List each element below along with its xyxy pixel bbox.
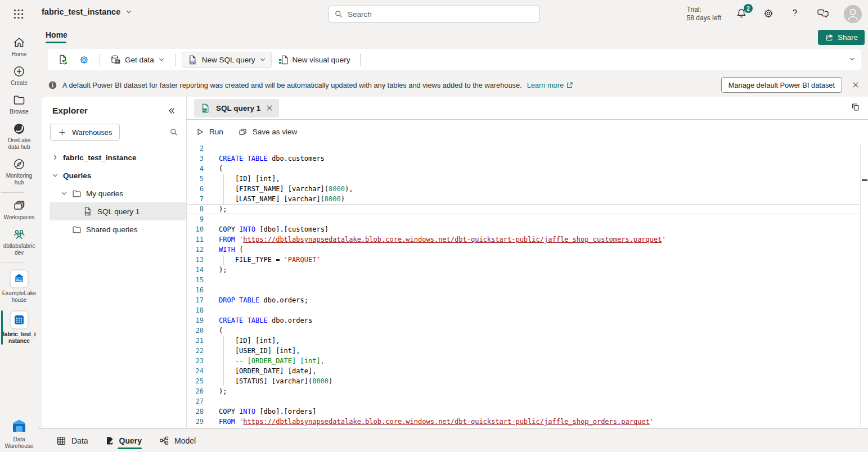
view-tab-label: Query [119, 436, 142, 445]
close-tab-icon[interactable] [266, 104, 273, 112]
indent-guide [223, 184, 224, 194]
tree-item-shared-queries[interactable]: Shared queries [42, 220, 186, 238]
rail-item-home[interactable]: Home [1, 33, 37, 61]
workspace-name: fabric_test_instance [42, 7, 120, 16]
code-line-28[interactable]: 28COPY INTO [dbo].[orders] [187, 406, 868, 417]
rail-item-fabric-test-instance[interactable]: fabric_test_instance [1, 307, 37, 348]
account-avatar[interactable] [844, 5, 862, 23]
chevron-down-icon [158, 56, 165, 63]
code-line-8[interactable]: 8); [187, 204, 860, 214]
code-line-10[interactable]: 10COPY INTO [dbo].[customers] [187, 224, 868, 234]
code-text: ( [219, 164, 223, 174]
editor-scrollbar[interactable] [860, 143, 868, 427]
sql-doc-icon: SQL [187, 55, 198, 65]
code-line-22[interactable]: 22 [USER_ID] [int], [187, 346, 868, 356]
explorer-search-icon[interactable] [169, 128, 178, 137]
code-text: ); [219, 386, 227, 396]
code-line-15[interactable]: 15 [187, 275, 868, 285]
collapse-panel-icon[interactable] [167, 106, 176, 115]
code-line-21[interactable]: 21 [ID] [int], [187, 336, 868, 346]
dataset-settings-button[interactable] [75, 52, 93, 68]
help-button[interactable] [790, 8, 802, 20]
waffle-icon [12, 8, 25, 20]
view-tab-query[interactable]: Query [105, 429, 142, 452]
code-line-3[interactable]: 3CREATE TABLE dbo.customers [187, 153, 868, 164]
code-text: COPY INTO [dbo].[orders] [219, 406, 316, 417]
tree-item-sql-query-1[interactable]: SQLSQL query 1 [50, 202, 186, 220]
rail-item-create[interactable]: Create [1, 61, 37, 90]
search-input[interactable] [348, 10, 534, 19]
code-line-9[interactable]: 9 [187, 214, 868, 224]
code-line-27[interactable]: 27 [187, 396, 868, 406]
new-visual-query-button[interactable]: New visual query [274, 52, 354, 68]
model-icon [159, 436, 169, 446]
code-line-2[interactable]: 2 [187, 143, 868, 153]
code-line-16[interactable]: 16 [187, 285, 868, 295]
add-warehouses-button[interactable]: Warehouses [50, 124, 120, 141]
rail-item-monitoring-hub[interactable]: Monitoring hub [1, 154, 37, 189]
chevron-down-icon[interactable] [52, 172, 59, 179]
code-line-14[interactable]: 14); [187, 265, 868, 275]
code-text: -- [ORDER_DATE] [int], [219, 356, 325, 366]
code-line-29[interactable]: 29FROM 'https://dbtlabsynapsedatalake.bl… [187, 417, 868, 427]
tree-item-queries[interactable]: Queries [42, 166, 186, 184]
view-tab-model[interactable]: Model [159, 429, 196, 452]
code-editor[interactable]: 23CREATE TABLE dbo.customers4(5 [ID] [in… [187, 143, 868, 427]
rail-item-browse[interactable]: Browse [1, 90, 37, 119]
query-tab[interactable]: SQL SQL query 1 [194, 99, 279, 117]
code-line-24[interactable]: 24 [ORDER_DATE] [date], [187, 366, 868, 376]
chevron-right-icon[interactable] [52, 154, 59, 161]
code-line-23[interactable]: 23 -- [ORDER_DATE] [int], [187, 356, 868, 366]
code-line-19[interactable]: 19CREATE TABLE dbo.orders [187, 315, 868, 326]
save-as-view-button[interactable]: Save as view [238, 127, 298, 137]
view-tab-data[interactable]: Data [56, 429, 88, 452]
settings-button[interactable] [763, 8, 775, 20]
share-button[interactable]: Share [818, 30, 865, 45]
tree-item-my-queries[interactable]: My queries [42, 184, 186, 202]
get-data-button[interactable]: Get data [106, 52, 169, 68]
global-search[interactable] [328, 6, 540, 22]
left-rail: HomeCreateBrowseOneLake data hubMonitori… [0, 28, 38, 452]
code-line-26[interactable]: 26); [187, 386, 868, 396]
code-url-link[interactable]: https://dbtlabsynapsedatalake.blob.core.… [243, 236, 662, 243]
learn-more-link[interactable]: Learn more [527, 81, 573, 89]
line-number: 5 [187, 174, 204, 184]
code-line-11[interactable]: 11FROM 'https://dbtlabsynapsedatalake.bl… [187, 234, 868, 245]
app-launcher-icon[interactable] [11, 7, 26, 21]
workspace-switcher[interactable]: fabric_test_instance [42, 7, 132, 16]
code-line-17[interactable]: 17DROP TABLE dbo.orders; [187, 295, 868, 305]
feedback-button[interactable] [817, 8, 829, 20]
rail-item-dbtlabsfabricdev[interactable]: dbtlabsfabricdev [1, 224, 37, 260]
rail-item-data-warehouse[interactable]: Data Warehouse [1, 418, 37, 450]
rail-item-examplelakehouse[interactable]: ExampleLakehouse [1, 266, 37, 307]
code-line-5[interactable]: 5 [ID] [int], [187, 174, 868, 184]
manage-dataset-button[interactable]: Manage default Power BI dataset [721, 77, 842, 93]
banner-close-icon[interactable] [850, 79, 861, 91]
chevron-down-icon[interactable] [61, 190, 68, 197]
info-icon [48, 80, 57, 90]
code-line-4[interactable]: 4( [187, 164, 868, 174]
code-line-6[interactable]: 6 [FIRST_NAME] [varchar](8000), [187, 184, 868, 194]
refresh-dataset-button[interactable] [53, 51, 73, 68]
code-line-13[interactable]: 13 FILE_TYPE = 'PARQUET' [187, 255, 868, 265]
new-sql-query-button[interactable]: SQL New SQL query [182, 52, 272, 68]
notifications-button[interactable]: 2 [736, 8, 748, 20]
line-number: 21 [187, 336, 204, 346]
rail-item-onelake-data-hub[interactable]: OneLake data hub [1, 119, 37, 154]
people-icon [12, 228, 26, 241]
copy-icon[interactable] [851, 102, 861, 112]
code-url-link[interactable]: https://dbtlabsynapsedatalake.blob.core.… [243, 418, 649, 426]
code-line-7[interactable]: 7 [LAST_NAME] [varchar](8000) [187, 194, 868, 204]
toolbar-expand-icon[interactable] [849, 56, 856, 62]
run-button[interactable]: Run [196, 128, 223, 136]
external-link-icon [566, 82, 573, 89]
code-line-18[interactable]: 18 [187, 305, 868, 315]
rail-item-workspaces[interactable]: Workspaces [1, 196, 37, 224]
tab-home[interactable]: Home [46, 30, 68, 43]
tree-item-fabric-test-instance[interactable]: fabric_test_instance [42, 148, 186, 166]
home-icon [12, 36, 26, 49]
ribbon-tabs: Home Share [38, 28, 868, 47]
code-line-20[interactable]: 20( [187, 326, 868, 336]
code-line-12[interactable]: 12WITH ( [187, 245, 868, 255]
code-line-25[interactable]: 25 [STATUS] [varchar](8000) [187, 376, 868, 386]
